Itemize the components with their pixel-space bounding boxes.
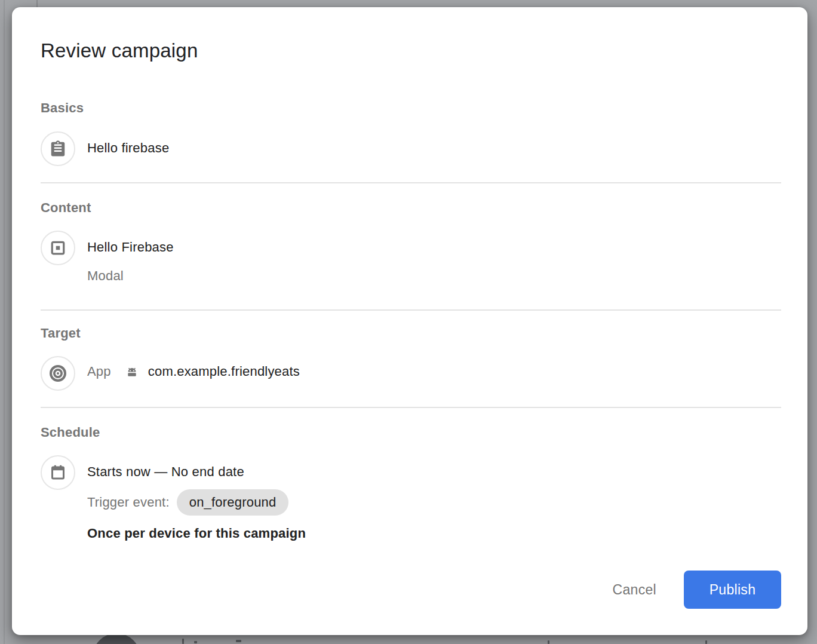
background-artifact: [182, 639, 184, 644]
content-row: Hello Firebase Modal: [41, 231, 781, 285]
section-divider: [41, 309, 781, 311]
target-heading: Target: [41, 326, 781, 341]
trigger-label: Trigger event:: [87, 495, 170, 510]
schedule-heading: Schedule: [41, 425, 781, 440]
schedule-text: Starts now — No end date Trigger event: …: [87, 455, 306, 541]
message-format: Modal: [87, 267, 174, 285]
modal-icon: [49, 239, 67, 257]
android-icon-wrap: [124, 364, 140, 379]
calendar-icon: [49, 464, 67, 482]
frequency-text: Once per device for this campaign: [87, 526, 306, 541]
content-heading: Content: [41, 200, 781, 216]
background-page-edge: [4, 0, 5, 644]
target-icon: [48, 364, 67, 383]
basics-row: Hello firebase: [41, 131, 781, 166]
background-artifact: [705, 640, 707, 644]
target-text: App com.example.friendlyeats: [87, 356, 300, 379]
clipboard-icon: [49, 140, 67, 158]
basics-text: Hello firebase: [87, 131, 169, 157]
content-icon-circle: [41, 231, 75, 265]
message-title: Hello Firebase: [87, 238, 174, 256]
schedule-row: Starts now — No end date Trigger event: …: [41, 455, 781, 541]
background-artifact: [236, 640, 241, 642]
review-campaign-dialog: Review campaign Basics Hello firebase Co…: [12, 7, 807, 635]
target-row: App com.example.friendlyeats: [41, 356, 781, 391]
target-line: App com.example.friendlyeats: [87, 364, 300, 379]
campaign-name: Hello firebase: [87, 139, 169, 157]
trigger-event-chip: on_foreground: [177, 489, 289, 516]
dialog-title: Review campaign: [41, 39, 781, 62]
background-artifact: [548, 640, 549, 644]
schedule-timing: Starts now — No end date: [87, 463, 306, 481]
android-icon: [124, 364, 140, 379]
section-divider: [41, 182, 781, 183]
dialog-footer: Cancel Publish: [41, 571, 781, 609]
content-text: Hello Firebase Modal: [87, 231, 174, 285]
schedule-icon-circle: [41, 455, 75, 490]
section-divider: [41, 407, 781, 408]
basics-heading: Basics: [41, 100, 781, 116]
trigger-line: Trigger event: on_foreground: [87, 489, 306, 516]
publish-button[interactable]: Publish: [684, 571, 781, 609]
target-type-label: App: [87, 364, 111, 379]
background-artifact: [194, 641, 197, 643]
cancel-button[interactable]: Cancel: [613, 582, 656, 598]
target-app-id: com.example.friendlyeats: [148, 364, 300, 379]
target-icon-circle: [41, 356, 75, 391]
basics-icon-circle: [41, 131, 75, 166]
